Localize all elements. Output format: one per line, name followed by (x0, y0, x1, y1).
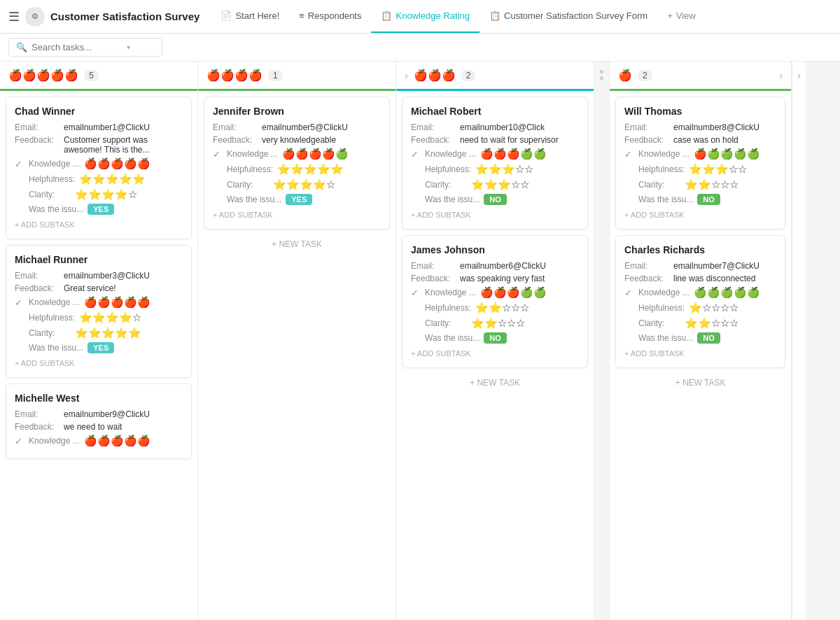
check-icon: ✓ (15, 159, 24, 169)
email-label: Email: (15, 122, 58, 132)
add-subtask-btn7[interactable]: + ADD SUBTASK (624, 348, 776, 359)
search-icon: 🔍 (16, 42, 27, 52)
add-subtask-btn2[interactable]: + ADD SUBTASK (15, 358, 183, 369)
knowledge-icon: 📋 (381, 10, 392, 21)
respondents-icon: ≡ (299, 10, 304, 21)
right-arrow-icon[interactable]: › (797, 70, 801, 81)
add-subtask-btn3[interactable]: + ADD SUBTASK (213, 209, 381, 220)
add-subtask-btn6[interactable]: + ADD SUBTASK (624, 209, 776, 220)
card-will-thomas: Will Thomas Email: emailnumber8@ClickU F… (615, 97, 785, 230)
column-2-body: Jennifer Brown Email: emailnumber5@Click… (198, 91, 396, 620)
apple-icons-col3: 🍎🍎🍎 (414, 69, 456, 82)
clarity-stars: ⭐⭐⭐⭐☆ (75, 188, 137, 201)
board: 🍎🍎🍎🍎🍎 5 Chad Winner Email: emailnumber1@… (0, 62, 840, 620)
helpfulness-label: Helpfulness: (29, 174, 75, 184)
column-4-body: Will Thomas Email: emailnumber8@ClickU F… (610, 91, 791, 620)
tab-start[interactable]: 📄 Start Here! (211, 0, 289, 33)
helpfulness-stars: ⭐⭐⭐⭐⭐ (79, 173, 146, 185)
feedback-row: Feedback: Customer support was awesome! … (15, 135, 183, 155)
col3-count: 2 (461, 70, 476, 81)
add-subtask-btn5[interactable]: + ADD SUBTASK (411, 348, 579, 359)
tab-view[interactable]: + View (657, 0, 706, 33)
hamburger-icon[interactable]: ☰ (8, 9, 20, 24)
card-title: Michael Runner (15, 254, 183, 265)
card-title: Will Thomas (624, 106, 776, 117)
tab-respondents[interactable]: ≡ Respondents (289, 0, 371, 33)
apple-icons-col4: 🍎 (618, 69, 632, 82)
feedback-label: Feedback: (15, 283, 58, 293)
chevron-down-icon: ▾ (127, 43, 130, 51)
card-jennifer-brown: Jennifer Brown Email: emailnumber5@Click… (204, 97, 390, 230)
add-subtask-btn4[interactable]: + ADD SUBTASK (411, 209, 579, 220)
column-4: 🍎 2 › Will Thomas Email: emailnumber8@Cl… (610, 62, 792, 620)
issue-label: Was the issu... (29, 204, 83, 214)
issue-row: Was the issu... YES (15, 204, 183, 215)
card-charles-richards: Charles Richards Email: emailnumber7@Cli… (615, 235, 785, 368)
scroll-indicator (594, 62, 610, 620)
card-chad-winner: Chad Winner Email: emailnumber1@ClickU F… (6, 97, 192, 239)
arrow-right-col4[interactable]: › (779, 70, 783, 81)
search-bar: 🔍 ▾ (0, 34, 840, 62)
column-4-header: 🍎 2 › (610, 62, 791, 91)
dot1 (600, 70, 603, 73)
search-input-wrapper[interactable]: 🔍 ▾ (8, 38, 162, 57)
knowledge-row2: ✓ Knowledge ... 🍎🍎🍎🍎🍎 (15, 296, 183, 309)
view-icon: + (667, 10, 673, 21)
card-michelle-west: Michelle West Email: emailnumber9@ClickU… (6, 383, 192, 459)
card-james-johnson: James Johnson Email: emailnumber6@ClickU… (402, 235, 588, 368)
column-2-header: 🍎🍎🍎🍎 1 (198, 62, 396, 91)
col2-count: 1 (268, 70, 283, 81)
knowledge-row: ✓ Knowledge ... 🍎🍎🍎🍎🍎 (15, 157, 183, 170)
card-title: Michael Robert (411, 106, 579, 117)
column-2: 🍎🍎🍎🍎 1 Jennifer Brown Email: emailnumber… (198, 62, 396, 620)
arrow-left-col3[interactable]: › (405, 70, 408, 81)
tab-knowledge[interactable]: 📋 Knowledge Rating (371, 0, 479, 33)
tab-form[interactable]: 📋 Customer Satisfaction Survey Form (479, 0, 657, 33)
header: ☰ ⚙ Customer Satisfaction Survey 📄 Start… (0, 0, 840, 34)
tab-nav: 📄 Start Here! ≡ Respondents 📋 Knowledge … (211, 0, 705, 33)
new-task-btn-col3[interactable]: + NEW TASK (402, 374, 588, 392)
email-row: Email: emailnumber1@ClickU (15, 122, 183, 132)
clarity-label: Clarity: (29, 190, 71, 199)
knowledge-apples: 🍎🍎🍎🍎🍎 (84, 157, 150, 170)
column-1: 🍎🍎🍎🍎🍎 5 Chad Winner Email: emailnumber1@… (0, 62, 198, 620)
dot2 (600, 76, 603, 80)
form-icon: 📋 (489, 10, 500, 21)
col4-count: 2 (638, 70, 652, 81)
clarity-row: Clarity: ⭐⭐⭐⭐☆ (15, 188, 183, 201)
column-3-header: › 🍎🍎🍎 2 (396, 62, 594, 91)
feedback-value: Customer support was awesome! This is th… (64, 135, 183, 155)
email-value: emailnumber1@ClickU (64, 122, 150, 132)
column-1-header: 🍎🍎🍎🍎🍎 5 (0, 62, 197, 91)
apple-icons-col1: 🍎🍎🍎🍎🍎 (8, 69, 78, 82)
apple-icons-col2: 🍎🍎🍎🍎 (206, 69, 262, 82)
card-title: Jennifer Brown (213, 106, 381, 117)
card-title: Chad Winner (15, 106, 183, 117)
column-3: › 🍎🍎🍎 2 Michael Robert Email: emailnumbe… (396, 62, 594, 620)
knowledge-label: Knowledge ... (29, 159, 80, 169)
app-title: Customer Satisfaction Survey (50, 10, 200, 22)
start-icon: 📄 (220, 10, 232, 21)
new-task-btn-col2[interactable]: + NEW TASK (204, 235, 390, 253)
helpfulness-row: Helpfulness: ⭐⭐⭐⭐⭐ (15, 173, 183, 185)
column-1-body: Chad Winner Email: emailnumber1@ClickU F… (0, 91, 197, 620)
card-title: James Johnson (411, 244, 579, 255)
email-label: Email: (15, 271, 58, 281)
col1-count: 5 (84, 70, 99, 81)
card-michael-robert: Michael Robert Email: emailnumber10@Clic… (402, 97, 588, 230)
right-scroll: › (792, 62, 806, 620)
new-task-btn-col4[interactable]: + NEW TASK (615, 374, 785, 392)
search-input[interactable] (31, 42, 122, 52)
issue-badge-yes: YES (88, 204, 114, 215)
add-subtask-btn[interactable]: + ADD SUBTASK (15, 219, 183, 230)
card-title: Charles Richards (624, 244, 776, 255)
column-3-body: Michael Robert Email: emailnumber10@Clic… (396, 91, 594, 620)
card-michael-runner: Michael Runner Email: emailnumber3@Click… (6, 245, 192, 378)
app-logo: ⚙ (25, 7, 45, 27)
feedback-label: Feedback: (15, 135, 58, 145)
card-title: Michelle West (15, 393, 183, 404)
